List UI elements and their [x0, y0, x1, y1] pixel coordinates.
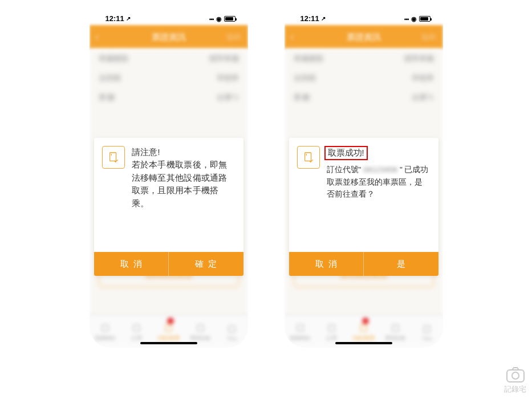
status-bar: 12:11 ↗ [90, 6, 248, 25]
camera-icon [506, 366, 525, 383]
tab-tgo[interactable]: ◻TGo [411, 315, 443, 348]
phone-screenshot-2: 12:11 ↗ ‹ 票證資訊 協助 車廂種類標準車廂 去回程單程車 票 數全票*… [285, 6, 443, 348]
badge-icon [167, 317, 174, 324]
signal-icon [209, 14, 214, 23]
success-dialog: 取票成功! 訂位代號" 08123456 " 已成功取票並移至我的車票區，是否前… [289, 138, 438, 276]
tab-schedule[interactable]: ◻高鐵時刻 [285, 315, 316, 348]
ticket-icon [297, 146, 320, 169]
header-action[interactable]: 協助 [226, 32, 241, 42]
battery-icon [419, 16, 431, 22]
dialog-message: 訂位代號" 08123456 " 已成功取票並移至我的車票區，是否前往查看？ [327, 164, 429, 201]
dialog-message: 請注意! 若於本手機取票後，即無法移轉至其他設備或通路取票，且限用本手機搭乘。 [132, 146, 234, 210]
svg-rect-0 [109, 153, 116, 161]
status-bar: 12:11 ↗ [285, 6, 443, 25]
ticket-icon [102, 146, 125, 169]
yes-button[interactable]: 是 [363, 252, 438, 276]
booking-id-blurred: 08123456 [363, 165, 397, 174]
wifi-icon [411, 14, 417, 23]
header-title: 票證資訊 [152, 32, 186, 43]
status-time: 12:11 [105, 14, 124, 23]
signal-icon [404, 14, 409, 23]
wifi-icon [216, 14, 222, 23]
header-action[interactable]: 協助 [421, 32, 436, 42]
phone-screenshot-1: 12:11 ↗ ‹ 票證資訊 協助 車廂種類標準車廂 去回程單程車 票 數全票*… [90, 6, 248, 348]
dialog-title-highlighted: 取票成功! [324, 146, 368, 160]
cancel-button[interactable]: 取消 [94, 252, 169, 276]
badge-icon [362, 317, 369, 324]
status-time: 12:11 [300, 14, 319, 23]
app-header: ‹ 票證資訊 協助 [90, 25, 248, 49]
confirm-button[interactable]: 確定 [168, 252, 243, 276]
cancel-button[interactable]: 取消 [289, 252, 364, 276]
home-indicator[interactable] [335, 342, 392, 344]
back-icon[interactable]: ‹ [290, 30, 294, 44]
location-icon: ↗ [126, 15, 131, 22]
confirm-dialog: 請注意! 若於本手機取票後，即無法移轉至其他設備或通路取票，且限用本手機搭乘。 … [94, 138, 243, 276]
tab-tgo[interactable]: ◻TGo [216, 315, 248, 348]
header-title: 票證資訊 [347, 32, 381, 43]
tab-schedule[interactable]: ◻高鐵時刻 [90, 315, 121, 348]
svg-point-3 [512, 372, 519, 379]
location-icon: ↗ [321, 15, 326, 22]
back-icon[interactable]: ‹ [95, 30, 99, 44]
battery-icon [224, 16, 235, 22]
app-header: ‹ 票證資訊 協助 [285, 25, 443, 49]
home-indicator[interactable] [140, 342, 197, 344]
watermark: 記錄宅 [504, 366, 526, 394]
svg-rect-1 [304, 153, 311, 161]
